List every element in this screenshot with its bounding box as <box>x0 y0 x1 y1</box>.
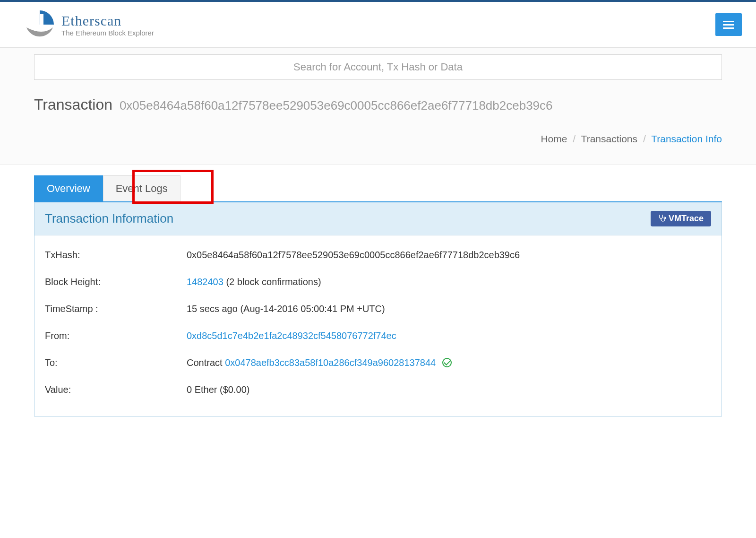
from-label: From: <box>45 330 187 341</box>
blockheight-link[interactable]: 1482403 <box>187 277 223 287</box>
row-from: From: 0xd8c5d1c7e4b2e1fa2c48932cf5458076… <box>45 330 711 341</box>
txhash-label: TxHash: <box>45 250 187 260</box>
svg-rect-2 <box>40 14 43 27</box>
blockheight-value: 1482403 (2 block confirmations) <box>187 277 711 287</box>
row-blockheight: Block Height: 1482403 (2 block confirmat… <box>45 277 711 287</box>
value-label: Value: <box>45 384 187 395</box>
logo[interactable]: Etherscan The Ethereum Block Explorer <box>24 9 154 41</box>
tab-overview[interactable]: Overview <box>34 175 103 201</box>
blockheight-label: Block Height: <box>45 277 187 287</box>
svg-rect-0 <box>31 20 34 27</box>
to-address[interactable]: 0x0478aefb3cc83a58f10a286cf349a960281378… <box>225 357 436 368</box>
from-address[interactable]: 0xd8c5d1c7e4b2e1fa2c48932cf5458076772f74… <box>187 330 396 341</box>
menu-icon <box>723 19 734 31</box>
transaction-panel: Transaction Information VMTrace TxHash: … <box>34 201 722 417</box>
vmtrace-label: VMTrace <box>669 214 704 224</box>
row-txhash: TxHash: 0x05e8464a58f60a12f7578ee529053e… <box>45 250 711 260</box>
svg-rect-1 <box>35 17 39 27</box>
logo-title: Etherscan <box>61 13 154 29</box>
panel-title: Transaction Information <box>45 211 173 226</box>
timestamp-label: TimeStamp : <box>45 304 187 314</box>
panel-body: TxHash: 0x05e8464a58f60a12f7578ee529053e… <box>34 235 722 416</box>
page-title-hash: 0x05e8464a58f60a12f7578ee529053e69c0005c… <box>120 98 553 113</box>
check-icon <box>442 358 452 367</box>
vmtrace-button[interactable]: VMTrace <box>651 211 711 226</box>
search-input[interactable] <box>34 54 722 80</box>
breadcrumb-home[interactable]: Home <box>541 133 567 144</box>
timestamp-value: 15 secs ago (Aug-14-2016 05:00:41 PM +UT… <box>187 304 711 314</box>
header: Etherscan The Ethereum Block Explorer <box>0 0 756 48</box>
svg-point-3 <box>664 217 666 219</box>
menu-button[interactable] <box>715 13 742 36</box>
to-label: To: <box>45 357 187 368</box>
stethoscope-icon <box>658 214 666 224</box>
to-prefix: Contract <box>187 357 225 368</box>
tab-event-logs[interactable]: Event Logs <box>103 175 180 201</box>
row-value: Value: 0 Ether ($0.00) <box>45 384 711 395</box>
row-to: To: Contract 0x0478aefb3cc83a58f10a286cf… <box>45 357 711 368</box>
value-value: 0 Ether ($0.00) <box>187 384 711 395</box>
etherscan-icon <box>24 9 56 41</box>
page-header: Transaction 0x05e8464a58f60a12f7578ee529… <box>0 81 756 165</box>
breadcrumb-transactions[interactable]: Transactions <box>581 133 637 144</box>
tabs: Overview Event Logs <box>34 175 722 201</box>
page-title-text: Transaction <box>34 96 112 113</box>
content: Overview Event Logs Transaction Informat… <box>0 165 756 417</box>
txhash-value: 0x05e8464a58f60a12f7578ee529053e69c0005c… <box>187 250 711 260</box>
breadcrumb-info: Transaction Info <box>651 133 722 144</box>
panel-header: Transaction Information VMTrace <box>34 202 722 235</box>
block-confirmations: (2 block confirmations) <box>223 277 321 287</box>
search-bar <box>0 48 756 81</box>
logo-subtitle: The Ethereum Block Explorer <box>61 29 154 37</box>
breadcrumb: Home / Transactions / Transaction Info <box>34 133 722 145</box>
page-title: Transaction 0x05e8464a58f60a12f7578ee529… <box>34 96 722 113</box>
row-timestamp: TimeStamp : 15 secs ago (Aug-14-2016 05:… <box>45 304 711 314</box>
